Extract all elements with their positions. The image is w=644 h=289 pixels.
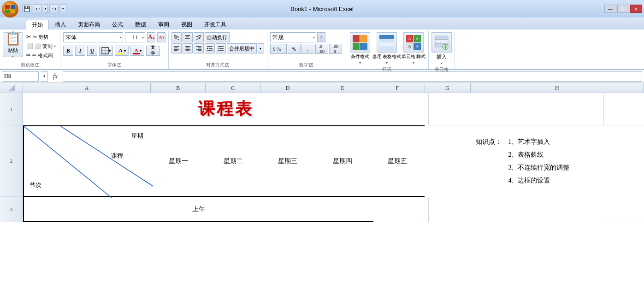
indent-decrease-button[interactable]	[205, 43, 215, 53]
tab-formula[interactable]: 公式	[106, 19, 129, 29]
number-format-combo[interactable]: 常规 ▾	[270, 32, 316, 42]
name-box[interactable]: H8	[2, 71, 39, 82]
svg-text:$: $	[273, 46, 276, 52]
undo-arrow[interactable]: ▾	[43, 4, 48, 13]
close-button[interactable]: ✕	[630, 5, 642, 13]
cell-f2[interactable]: 星期五	[370, 125, 425, 197]
italic-button[interactable]: I	[75, 46, 85, 56]
col-header-c[interactable]: C	[206, 83, 260, 93]
diagonal-header-cell[interactable]: 星期 课程 节次	[23, 125, 151, 197]
notes-item2: 2、表格斜线	[476, 148, 638, 161]
format-table-button[interactable]: 套用 表格格式 ▾	[375, 32, 399, 65]
tab-start[interactable]: 开始	[26, 20, 49, 30]
col-header-a[interactable]: A	[23, 83, 151, 93]
notes-item4: 4、边框的设置	[476, 174, 638, 187]
svg-marker-31	[218, 47, 219, 49]
col-header-h[interactable]: H	[471, 83, 644, 93]
align-center-button[interactable]	[183, 43, 193, 53]
diag-label-course: 课程	[111, 152, 123, 160]
svg-rect-36	[435, 40, 448, 43]
cell-g2[interactable]	[425, 125, 470, 197]
align-left-button[interactable]	[171, 43, 182, 53]
tab-layout[interactable]: 页面布局	[72, 19, 106, 29]
restore-button[interactable]: ⬜	[617, 5, 629, 13]
toolbar-arrow[interactable]: ▾	[60, 4, 66, 13]
cell-c2[interactable]: 星期二	[206, 125, 260, 197]
align-top-left-button[interactable]	[171, 32, 182, 42]
title-text: 课程表	[198, 98, 254, 120]
cell-g3[interactable]	[373, 197, 429, 222]
underline-button[interactable]: U	[87, 46, 97, 56]
comma-button[interactable]: ,	[301, 44, 314, 54]
cell-style-button[interactable]: A A A A 单元格 样式 ▾	[402, 32, 425, 65]
increase-decimal-button[interactable]: .0.00	[315, 44, 328, 54]
font-size-combo[interactable]: 11 ▾	[125, 32, 145, 42]
cell-b2[interactable]: 星期一	[151, 125, 206, 197]
merge-arrow[interactable]: ▾	[258, 43, 264, 53]
save-button[interactable]: 💾	[22, 4, 31, 13]
number-expand-button[interactable]: ↗	[317, 32, 325, 42]
corner-header	[0, 83, 23, 93]
font-name-combo[interactable]: 宋体 ▾	[63, 32, 123, 42]
alignment-expander[interactable]: ↗	[225, 63, 229, 67]
tab-insert[interactable]: 插入	[49, 19, 72, 29]
col-header-d[interactable]: D	[260, 83, 315, 93]
decrease-decimal-button[interactable]: .00.0	[329, 44, 342, 54]
merge-center-button[interactable]: 合并后居中	[227, 43, 257, 53]
row-num-1: 1	[0, 93, 23, 125]
undo-button[interactable]: ↩	[33, 4, 42, 13]
align-top-center-button[interactable]	[183, 32, 193, 42]
border-button[interactable]: ▾	[99, 46, 113, 56]
tab-dev[interactable]: 开发工具	[198, 19, 232, 29]
bold-button[interactable]: B	[63, 46, 73, 56]
increase-font-button[interactable]: A▴	[147, 32, 155, 42]
office-button[interactable]	[2, 1, 18, 18]
notes-title: 知识点： 1、艺术字插入	[476, 136, 638, 148]
cell-af3[interactable]: 上午	[23, 197, 373, 222]
decrease-font-button[interactable]: A▾	[157, 32, 165, 42]
minimize-button[interactable]: —	[604, 5, 616, 13]
fill-color-button[interactable]: A ▾	[115, 46, 129, 56]
format-painter-button[interactable]: ✏ ✏ 格式刷	[25, 51, 57, 60]
notes-cell: 知识点： 1、艺术字插入 2、表格斜线 3、不连续行宽的调整 4、边框的设置	[470, 125, 644, 197]
font-color-button[interactable]: A ▾	[130, 46, 144, 56]
name-box-arrow[interactable]: ▾	[41, 71, 48, 82]
clipboard-expander[interactable]: ↗	[35, 63, 39, 67]
tab-review[interactable]: 审阅	[152, 19, 175, 29]
svg-rect-35	[435, 36, 448, 40]
row-num-3: 3	[0, 197, 23, 222]
fx-button[interactable]: fx	[50, 71, 61, 82]
col-header-g[interactable]: G	[425, 83, 471, 93]
percent-button[interactable]: $%,	[270, 44, 287, 54]
paste-button[interactable]: 📋 粘贴 ▾	[3, 32, 23, 57]
copy-button[interactable]: ⬜ ⬜ 复制 ▾	[25, 42, 57, 51]
cell-e2[interactable]: 星期四	[315, 125, 370, 197]
indent-increase-button[interactable]	[216, 43, 226, 53]
title-cell[interactable]: 课程表	[23, 93, 429, 125]
redo-button[interactable]: ↪	[49, 4, 59, 13]
align-right-button[interactable]	[194, 43, 204, 53]
title-bar-text: Book1 - Microsoft Excel	[290, 6, 354, 12]
insert-cells-button[interactable]: 插入 ▾	[431, 32, 452, 65]
cell-d2[interactable]: 星期三	[260, 125, 315, 197]
col-header-e[interactable]: E	[315, 83, 370, 93]
cell-h1[interactable]	[429, 93, 604, 125]
svg-text:,: ,	[280, 46, 282, 52]
font-expander[interactable]: ↗	[118, 63, 121, 67]
diag-label-period: 节次	[30, 181, 41, 189]
thousand-button[interactable]: %	[288, 44, 301, 54]
number-expander[interactable]: ↗	[309, 63, 313, 67]
row-num-2: 2	[0, 125, 23, 196]
col-header-f[interactable]: F	[370, 83, 425, 93]
tab-view[interactable]: 视图	[175, 19, 198, 29]
phonetic-button[interactable]: 文字	[146, 46, 160, 56]
tab-data[interactable]: 数据	[129, 19, 152, 29]
conditional-format-button[interactable]: 条件格式 ▾	[348, 32, 372, 65]
cell-h3[interactable]	[429, 197, 604, 222]
col-header-b[interactable]: B	[151, 83, 206, 93]
diag-label-weekday: 星期	[131, 132, 143, 140]
wrap-text-button[interactable]: 自动换行	[205, 32, 230, 42]
notes-item3: 3、不连续行宽的调整	[476, 161, 638, 174]
align-top-right-button[interactable]	[194, 32, 204, 42]
cut-button[interactable]: ✂ ✂ 剪切	[25, 32, 57, 41]
